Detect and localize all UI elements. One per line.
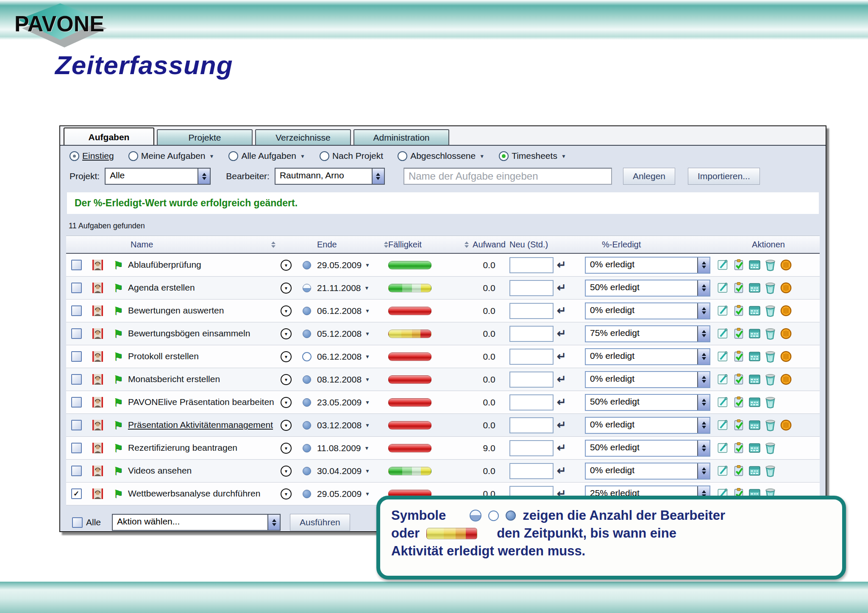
stepper-icon[interactable]	[697, 280, 709, 296]
row-checkbox[interactable]	[71, 260, 82, 270]
approve-icon[interactable]	[733, 442, 745, 454]
view-einstieg[interactable]: Einstieg	[70, 151, 114, 161]
edit-icon[interactable]	[717, 282, 729, 294]
stepper-icon[interactable]	[697, 441, 709, 456]
view-label[interactable]: Timesheets	[512, 151, 557, 161]
calendar-icon[interactable]	[748, 327, 761, 340]
date-dropdown-icon[interactable]	[365, 331, 370, 337]
date-dropdown-icon[interactable]	[365, 354, 370, 360]
date-dropdown-icon[interactable]	[364, 285, 370, 291]
chevron-down-icon[interactable]	[300, 153, 305, 159]
row-dropdown-icon[interactable]	[281, 260, 292, 271]
delete-icon[interactable]	[764, 465, 776, 477]
edit-icon[interactable]	[717, 327, 729, 340]
row-checkbox[interactable]	[71, 488, 82, 499]
bearbeiter-select[interactable]: Rautmann, Arno	[275, 168, 385, 185]
date-dropdown-icon[interactable]	[365, 399, 370, 405]
stepper-icon[interactable]	[697, 463, 709, 479]
radio-icon[interactable]	[499, 151, 509, 161]
neu-std-input[interactable]	[509, 257, 554, 273]
stepper-icon[interactable]	[697, 258, 709, 273]
delete-icon[interactable]	[764, 305, 776, 317]
edit-icon[interactable]	[717, 465, 729, 477]
sort-name-icon[interactable]	[271, 241, 275, 248]
ausfuehren-button[interactable]: Ausführen	[290, 514, 350, 531]
calendar-icon[interactable]	[748, 442, 761, 454]
row-checkbox[interactable]	[71, 283, 82, 293]
erledigt-select[interactable]: 50% erledigt	[585, 440, 710, 457]
row-dropdown-icon[interactable]	[281, 305, 292, 316]
erledigt-select[interactable]: 0% erledigt	[585, 417, 710, 434]
task-name[interactable]: Protokoll erstellen	[128, 351, 199, 361]
neu-std-input[interactable]	[509, 326, 554, 342]
row-checkbox[interactable]	[71, 397, 82, 408]
chevron-down-icon[interactable]	[479, 153, 484, 159]
radio-icon[interactable]	[128, 151, 138, 161]
date-dropdown-icon[interactable]	[364, 445, 370, 451]
edit-icon[interactable]	[717, 259, 729, 271]
view-label[interactable]: Einstieg	[82, 151, 114, 161]
erledigt-select[interactable]: 0% erledigt	[585, 257, 710, 274]
neu-std-input[interactable]	[509, 280, 554, 296]
approve-icon[interactable]	[733, 465, 745, 477]
projekt-select[interactable]: Alle	[105, 168, 211, 185]
delete-icon[interactable]	[764, 396, 776, 408]
sort-faelligkeit-icon[interactable]	[465, 241, 469, 248]
view-label[interactable]: Meine Aufgaben	[141, 151, 206, 161]
task-name-input[interactable]	[403, 168, 612, 185]
edit-icon[interactable]	[717, 442, 729, 454]
stepper-icon[interactable]	[267, 515, 280, 530]
stepper-icon[interactable]	[697, 418, 709, 433]
erledigt-select[interactable]: 50% erledigt	[585, 280, 710, 297]
row-dropdown-icon[interactable]	[281, 443, 292, 454]
row-dropdown-icon[interactable]	[281, 351, 292, 362]
tab-aufgaben[interactable]: Aufgaben	[64, 128, 154, 145]
view-label[interactable]: Alle Aufgaben	[241, 151, 296, 161]
approve-icon[interactable]	[733, 373, 745, 386]
calendar-icon[interactable]	[748, 373, 761, 386]
tab-administration[interactable]: Administration	[353, 129, 449, 145]
tab-verzeichnisse[interactable]: Verzeichnisse	[255, 129, 351, 145]
neu-std-input[interactable]	[509, 463, 554, 479]
row-dropdown-icon[interactable]	[281, 328, 292, 339]
timesheet-icon[interactable]	[780, 259, 792, 271]
edit-icon[interactable]	[717, 419, 729, 431]
approve-icon[interactable]	[733, 350, 745, 363]
calendar-icon[interactable]	[748, 259, 761, 271]
date-dropdown-icon[interactable]	[365, 491, 370, 497]
view-timesheets[interactable]: Timesheets	[499, 151, 566, 161]
delete-icon[interactable]	[764, 442, 776, 454]
view-meine-aufgaben[interactable]: Meine Aufgaben	[128, 151, 214, 161]
erledigt-select[interactable]: 0% erledigt	[585, 371, 710, 388]
timesheet-icon[interactable]	[780, 305, 792, 317]
stepper-icon[interactable]	[372, 169, 384, 184]
calendar-icon[interactable]	[748, 350, 761, 363]
stepper-icon[interactable]	[697, 303, 709, 319]
timesheet-icon[interactable]	[780, 373, 792, 386]
erledigt-select[interactable]: 0% erledigt	[585, 348, 710, 365]
stepper-icon[interactable]	[198, 169, 210, 184]
timesheet-icon[interactable]	[780, 282, 792, 294]
row-checkbox[interactable]	[71, 443, 82, 453]
radio-icon[interactable]	[320, 151, 329, 161]
date-dropdown-icon[interactable]	[365, 377, 370, 383]
view-label[interactable]: Abgeschlossene	[410, 151, 476, 161]
stepper-icon[interactable]	[697, 326, 709, 341]
stepper-icon[interactable]	[697, 372, 709, 387]
erledigt-select[interactable]: 50% erledigt	[585, 394, 710, 411]
erledigt-select[interactable]: 0% erledigt	[585, 302, 710, 319]
approve-icon[interactable]	[733, 282, 745, 294]
delete-icon[interactable]	[764, 282, 776, 294]
row-checkbox[interactable]	[71, 305, 82, 316]
approve-icon[interactable]	[733, 419, 745, 431]
neu-std-input[interactable]	[509, 394, 554, 411]
anlegen-button[interactable]: Anlegen	[623, 168, 675, 185]
view-alle-aufgaben[interactable]: Alle Aufgaben	[228, 151, 305, 161]
neu-std-input[interactable]	[509, 349, 554, 365]
radio-icon[interactable]	[228, 151, 238, 161]
edit-icon[interactable]	[717, 373, 729, 386]
edit-icon[interactable]	[717, 350, 729, 363]
calendar-icon[interactable]	[748, 396, 761, 408]
task-name[interactable]: Rezertifizierung beantragen	[128, 443, 237, 453]
row-dropdown-icon[interactable]	[281, 420, 292, 431]
